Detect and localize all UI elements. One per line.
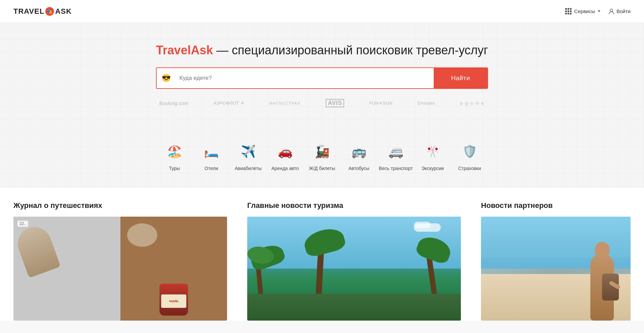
category-insurance[interactable]: 🛡️ Страховки [451,141,488,171]
train-label: Ж/Д билеты [309,166,335,171]
logo[interactable]: TRAVEL 🎭 ASK [13,7,72,16]
bus-icon: 🚌 [348,141,370,162]
partner-avis[interactable]: AVIS [326,99,344,107]
category-tours[interactable]: 🏖️ Туры [156,141,193,171]
journal-image-left: 22.. [13,217,120,321]
hotels-icon: 🛏️ [201,141,222,162]
header-nav: Сервисы Войти [565,8,631,14]
hero-title-brand: TravelAsk [156,43,213,57]
search-emoji-icon: 😎 [162,74,171,82]
category-car-rental[interactable]: 🚗 Аренда авто [267,141,304,171]
journal-image-right: Nutella [120,217,227,321]
journal-title: Журнал о путешествиях [13,201,227,210]
flights-label: Авиабилеты [235,166,262,171]
user-icon [608,8,614,14]
tours-icon: 🏖️ [164,141,185,162]
svg-point-0 [610,9,613,12]
main-content: TravelAsk — специализированный поисковик… [0,23,644,321]
hero-section: TravelAsk — специализированный поисковик… [0,43,644,127]
search-bar: 😎 Найти [156,67,488,89]
partner-funsun[interactable]: FUN☀SUN [369,101,393,106]
category-flights[interactable]: ✈️ Авиабилеты [230,141,267,171]
partner-news-card[interactable] [481,217,631,321]
partner-agoda[interactable]: a·g·o·d·a [460,101,485,106]
partner-ingosstrakh[interactable]: ИНГОССТРАХ [269,101,301,105]
hero-title-rest: — специализированный поисковик тревел-ус… [213,43,488,57]
category-excursions[interactable]: 🎌 Экскурсии [414,141,451,171]
excursions-label: Экскурсии [422,166,444,171]
journal-section: Журнал о путешествиях 22.. Nutella [13,201,227,321]
hero-title: TravelAsk — специализированный поисковик… [7,43,637,57]
insurance-label: Страховки [458,166,481,171]
transport-icon: 🚐 [385,141,407,162]
chevron-down-icon [598,10,600,12]
transport-label: Весь транспорт [379,166,413,171]
logo-ask-text: ASK [55,7,71,16]
bus-label: Автобусы [348,166,369,171]
partner-news-section: Новости партнеров [481,201,631,321]
grid-icon [565,8,572,14]
news-section: Главные новости туризма [247,201,461,321]
journal-card[interactable]: 22.. Nutella [13,217,227,321]
train-icon: 🚂 [311,141,333,162]
hotels-label: Отели [205,166,218,171]
partner-emirates[interactable]: Emirates [418,101,435,106]
category-hotels[interactable]: 🛏️ Отели [193,141,230,171]
search-icon-wrap: 😎 [157,68,175,88]
category-bus[interactable]: 🚌 Автобусы [340,141,377,171]
tours-label: Туры [169,166,180,171]
category-train[interactable]: 🚂 Ж/Д билеты [304,141,340,171]
car-rental-label: Аренда авто [271,166,299,171]
logo-travel-text: TRAVEL [13,7,44,16]
login-button[interactable]: Войти [608,8,631,14]
insurance-icon: 🛡️ [459,141,480,162]
categories-section: 🏖️ Туры 🛏️ Отели ✈️ Авиабилеты 🚗 Аренда … [0,127,644,188]
bottom-sections: Журнал о путешествиях 22.. Nutella [0,188,644,321]
flights-icon: ✈️ [237,141,259,162]
excursions-icon: 🎌 [422,141,443,162]
partner-aeroflot[interactable]: АЭРОФЛОТ ✈ [213,101,244,106]
logo-icon: 🎭 [45,7,54,16]
services-label: Сервисы [574,8,595,14]
search-input[interactable] [175,68,434,88]
login-label: Войти [616,8,631,14]
search-button[interactable]: Найти [434,68,487,88]
header: TRAVEL 🎭 ASK Сервисы Войти [0,0,644,23]
partners-row: Booking.com АЭРОФЛОТ ✈ ИНГОССТРАХ AVIS F… [156,99,488,107]
partner-news-title: Новости партнеров [481,201,631,210]
journal-badge: 22.. [17,221,28,227]
services-button[interactable]: Сервисы [565,8,600,14]
news-card[interactable] [247,217,461,321]
category-transport[interactable]: 🚐 Весь транспорт [377,141,414,171]
car-rental-icon: 🚗 [274,141,296,162]
news-title: Главные новости туризма [247,201,461,210]
partner-booking[interactable]: Booking.com [159,101,188,106]
